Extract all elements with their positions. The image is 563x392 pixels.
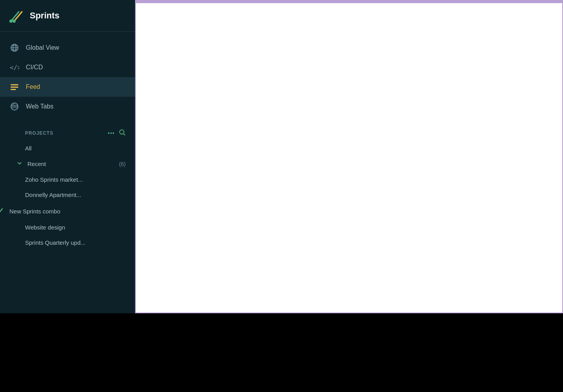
- global-view-icon: [9, 43, 20, 53]
- sidebar-item-web-tabs[interactable]: Web Tabs: [0, 97, 135, 116]
- project-item-donnelly[interactable]: Donnelly Apartment...: [0, 187, 135, 202]
- projects-section: PROJECTS ••• All Recent: [0, 123, 135, 253]
- svg-text:</>: </>: [10, 64, 19, 71]
- sidebar-item-global-view[interactable]: Global View: [0, 38, 135, 58]
- main-frame-inner: [136, 3, 562, 313]
- project-label-website-design: Website design: [25, 224, 126, 231]
- main-content: [135, 0, 563, 313]
- svg-rect-13: [11, 89, 16, 90]
- sprints-logo-icon: [8, 7, 25, 24]
- project-item-new-sprints-combo[interactable]: New Sprints combo: [0, 202, 135, 220]
- project-label-donnelly: Donnelly Apartment...: [25, 191, 126, 198]
- svg-rect-12: [11, 87, 18, 88]
- nav-list: Global View </> CI/CD Feed: [0, 32, 135, 123]
- projects-search-icon[interactable]: [119, 129, 126, 137]
- app-title: Sprints: [30, 11, 60, 21]
- project-item-website-design[interactable]: Website design: [0, 220, 135, 235]
- bottom-black-bar: [135, 313, 563, 392]
- sidebar-label-global-view: Global View: [26, 44, 59, 51]
- projects-recent-item[interactable]: Recent (6): [0, 156, 135, 172]
- projects-actions: •••: [108, 129, 126, 137]
- project-item-zoho-sprints[interactable]: Zoho Sprints market...: [0, 172, 135, 187]
- project-label-new-sprints-combo: New Sprints combo: [9, 208, 126, 215]
- svg-point-3: [9, 20, 13, 23]
- recent-chevron-icon: [16, 160, 23, 168]
- project-item-sprints-quarterly[interactable]: Sprints Quarterly upd...: [0, 235, 135, 250]
- projects-recent-count: (6): [119, 161, 126, 167]
- sidebar: Sprints Global View </>: [0, 0, 135, 313]
- sidebar-label-web-tabs: Web Tabs: [26, 103, 54, 110]
- feed-icon: [9, 82, 20, 92]
- sidebar-label-ci-cd: CI/CD: [26, 64, 43, 71]
- projects-more-button[interactable]: •••: [108, 130, 115, 136]
- projects-header: PROJECTS •••: [0, 126, 135, 141]
- ci-cd-icon: </>: [9, 62, 20, 72]
- sidebar-label-feed: Feed: [26, 83, 40, 90]
- sidebar-item-ci-cd[interactable]: </> CI/CD: [0, 58, 135, 77]
- svg-point-17: [13, 104, 14, 105]
- projects-recent-label: Recent: [27, 161, 119, 167]
- svg-point-20: [120, 130, 124, 134]
- project-label-zoho-sprints: Zoho Sprints market...: [25, 176, 126, 183]
- checkmark-icon: [0, 207, 5, 215]
- projects-all-item[interactable]: All: [0, 141, 135, 156]
- web-tabs-icon: [9, 101, 20, 112]
- sidebar-item-feed[interactable]: Feed: [0, 77, 135, 97]
- svg-rect-11: [11, 84, 18, 85]
- svg-line-21: [124, 134, 125, 135]
- svg-point-4: [13, 20, 16, 23]
- projects-all-label: All: [25, 145, 126, 152]
- logo-area: Sprints: [0, 0, 135, 32]
- main-frame: [135, 0, 563, 313]
- svg-point-16: [12, 104, 13, 105]
- projects-section-label: PROJECTS: [25, 130, 105, 136]
- project-label-sprints-quarterly: Sprints Quarterly upd...: [25, 239, 126, 246]
